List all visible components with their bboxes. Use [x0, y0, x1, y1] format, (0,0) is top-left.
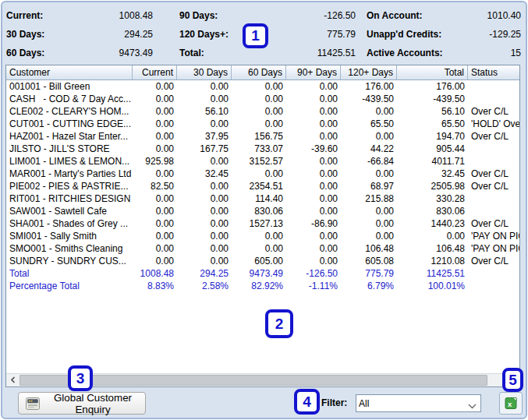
cell-30-days: 0.00 — [177, 80, 232, 93]
cell-total: 0.00 — [397, 230, 468, 242]
cell-120-days: 106.48 — [341, 242, 397, 255]
cell-current: 0.00 — [133, 205, 177, 217]
cell-pct-total: 100.01% — [397, 280, 468, 292]
cell-customer: CASH - COD & 7 Day Acc... — [6, 93, 133, 105]
cell-current: 0.00 — [133, 118, 177, 130]
cell-60-days: 114.40 — [232, 192, 286, 205]
cell-current: 0.00 — [133, 168, 177, 180]
cell-total: 56.10 — [397, 105, 468, 118]
cell-total: 4011.71 — [397, 155, 468, 168]
cell-120-days: -66.84 — [341, 155, 397, 168]
cell-30-days: 0.00 — [177, 180, 232, 192]
cell-status — [468, 80, 519, 93]
table-row[interactable]: CUT001 - CUTTING EDGE... 0.00 0.00 0.00 … — [6, 118, 519, 130]
cell-30-days: 0.00 — [177, 205, 232, 217]
table-row[interactable]: SMO001 - Smiths Cleaning 0.00 0.00 0.00 … — [6, 242, 519, 255]
customer-aged-balance-table: Customer Current 30 Days 60 Days 90+ Day… — [5, 65, 520, 387]
cell-current: 0.00 — [133, 130, 177, 143]
cell-total-label: Total — [6, 267, 133, 280]
cell-total: 176.00 — [397, 80, 468, 93]
cell-customer: MAR001 - Marty's Parties Ltd — [6, 168, 133, 180]
cell-status — [468, 143, 519, 155]
export-to-excel-button[interactable]: x — [499, 392, 523, 415]
cell-30-days: 0.00 — [177, 155, 232, 168]
table-row[interactable]: SHA001 - Shades of Grey ... 0.00 0.00 15… — [6, 217, 519, 230]
column-header-90-days[interactable]: 90+ Days — [286, 65, 341, 79]
column-header-total[interactable]: Total — [397, 65, 468, 79]
global-customer-enquiry-button[interactable]: Global Customer Enquiry — [18, 392, 146, 415]
cell-90-days: 0.00 — [286, 93, 341, 105]
table-row[interactable]: JILSTO - JILL'S STORE 0.00 167.75 733.07… — [6, 143, 519, 155]
cell-customer: JILSTO - JILL'S STORE — [6, 143, 133, 155]
cell-30-days: 32.45 — [177, 168, 232, 180]
cell-120-days: 65.50 — [341, 118, 397, 130]
cell-90-days: 0.00 — [286, 230, 341, 242]
summary-item: Total: 11425.51 — [179, 44, 356, 62]
cell-pct-current: 8.83% — [133, 280, 177, 292]
summary-label: Total: — [179, 48, 204, 58]
cell-current: 0.00 — [133, 242, 177, 255]
cell-pct-status — [468, 280, 519, 292]
cell-current: 0.00 — [133, 192, 177, 205]
cell-customer: SHA001 - Shades of Grey ... — [6, 217, 133, 230]
column-header-current[interactable]: Current — [133, 65, 177, 79]
cell-total: 905.44 — [397, 143, 468, 155]
column-header-30-days[interactable]: 30 Days — [177, 65, 232, 79]
table-row[interactable]: SMI001 - Sally Smith 0.00 0.00 0.00 0.00… — [6, 230, 519, 242]
summary-item: Current: 1008.48 — [6, 6, 153, 25]
cell-total-90-days: -126.50 — [286, 267, 341, 280]
cell-30-days: 0.00 — [177, 93, 232, 105]
cell-60-days: 733.07 — [232, 143, 286, 155]
table-row[interactable]: RIT001 - RITCHIES DESIGN 0.00 0.00 114.4… — [6, 192, 519, 205]
chevron-left-icon — [10, 375, 16, 386]
filter-dropdown[interactable]: All — [356, 394, 481, 412]
summary-item: 90 Days: -126.50 — [179, 6, 356, 25]
cell-30-days: 37.95 — [177, 130, 232, 143]
table-row[interactable]: CLE002 - CLEARY'S HOM... 0.00 56.10 0.00… — [6, 105, 519, 118]
summary-value: 15 — [511, 48, 521, 58]
cell-status: Over C/L — [468, 130, 519, 143]
table-row[interactable]: CASH - COD & 7 Day Acc... 0.00 0.00 0.00… — [6, 93, 519, 105]
summary-item: Active Accounts: 15 — [367, 44, 521, 62]
table-row[interactable]: PIE002 - PIES & PASTRIE... 82.50 0.00 23… — [6, 180, 519, 192]
cell-total-60-days: 9473.49 — [232, 267, 286, 280]
cell-status: Over C/L — [468, 255, 519, 267]
scroll-left-button[interactable] — [6, 374, 19, 386]
table-header-row: Customer Current 30 Days 60 Days 90+ Day… — [6, 65, 519, 80]
cell-120-days: 176.00 — [341, 80, 397, 93]
cell-status: 'HOLD' Over C/L — [468, 118, 519, 130]
cell-120-days: 0.00 — [341, 168, 397, 180]
cell-total: 330.28 — [397, 192, 468, 205]
summary-label: Unapp'd Credits: — [367, 29, 441, 40]
table-row[interactable]: HAZ001 - Hazel Star Enter... 0.00 37.95 … — [6, 130, 519, 143]
column-header-status[interactable]: Status — [468, 65, 519, 79]
table-row[interactable]: SAW001 - Sawtell Cafe 0.00 0.00 830.06 0… — [6, 205, 519, 217]
cell-total-status — [468, 267, 519, 280]
cell-current: 0.00 — [133, 80, 177, 93]
cell-status: 'PAY ON PICKUP' — [468, 242, 519, 255]
cell-current: 0.00 — [133, 93, 177, 105]
column-header-60-days[interactable]: 60 Days — [232, 65, 286, 79]
cell-total: 194.70 — [397, 130, 468, 143]
column-header-120-days[interactable]: 120+ Days — [341, 65, 397, 79]
cell-90-days: 0.00 — [286, 168, 341, 180]
column-header-customer[interactable]: Customer — [6, 65, 133, 79]
table-row[interactable]: MAR001 - Marty's Parties Ltd 0.00 32.45 … — [6, 168, 519, 180]
cell-30-days: 0.00 — [177, 230, 232, 242]
annotation-2: 2 — [265, 309, 293, 338]
cell-90-days: -86.90 — [286, 217, 341, 230]
summary-label: 120 Days+: — [179, 29, 229, 40]
annotation-3: 3 — [68, 365, 93, 391]
table-row[interactable]: 001001 - Bill Green 0.00 0.00 0.00 0.00 … — [6, 80, 519, 93]
table-row[interactable]: LIM001 - LIMES & LEMON... 925.98 0.00 31… — [6, 155, 519, 168]
cell-customer: RIT001 - RITCHIES DESIGN — [6, 192, 133, 205]
annotation-5: 5 — [502, 368, 523, 392]
annotation-1: 1 — [243, 23, 268, 48]
cell-90-days: 0.00 — [286, 180, 341, 192]
table-row[interactable]: SUNDRY - SUNDRY CUS... 0.00 0.00 605.00 … — [6, 255, 519, 267]
filter-label: Filter: — [321, 397, 347, 408]
cell-pct-120-days: 6.79% — [341, 280, 397, 292]
percentage-totals-row: Percentage Total 8.83% 2.58% 82.92% -1.1… — [6, 280, 519, 292]
cell-status: Over C/L — [468, 180, 519, 192]
cell-status: 'PAY ON PICKUP' — [468, 230, 519, 242]
